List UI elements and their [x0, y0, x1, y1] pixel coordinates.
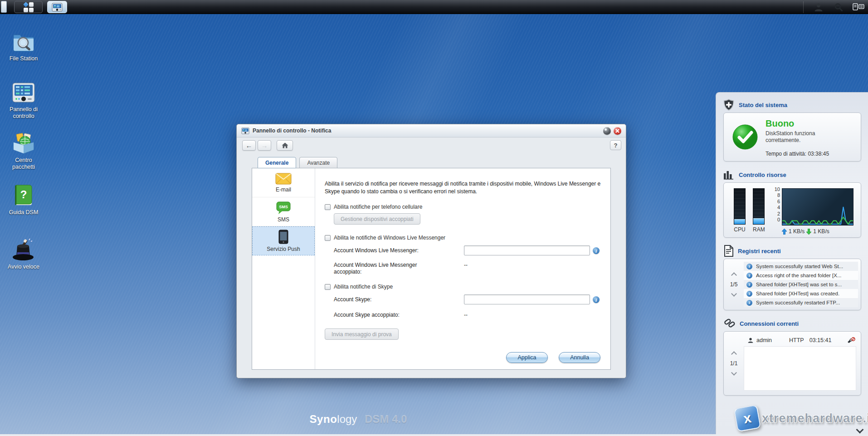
- logs-page-number: 1/5: [730, 281, 738, 288]
- enable-mobile-label: Abilita notifiche per telefono cellulare: [334, 204, 422, 210]
- desktop-icon-control-panel[interactable]: Pannello di controllo: [2, 81, 45, 120]
- log-row[interactable]: i System successfully restarted FTP...: [744, 298, 858, 307]
- enable-mobile-checkbox[interactable]: [325, 204, 331, 210]
- send-test-message-button[interactable]: Invia messaggio di prova: [325, 328, 399, 340]
- pager-down-icon[interactable]: [731, 291, 737, 297]
- close-icon: [615, 129, 619, 133]
- connections-card: 1/1 admin HTTP 03:15:41: [723, 331, 861, 396]
- log-text: System successfully restarted FTP...: [756, 300, 840, 305]
- logo-logy: logy: [337, 413, 357, 425]
- log-row[interactable]: i Shared folder [XHTest] was created.: [744, 289, 858, 298]
- connection-list-area: [744, 346, 856, 391]
- wlm-paired-value: --: [464, 260, 468, 268]
- forward-arrow-icon: →: [261, 142, 268, 149]
- net-chart-y-axis: 10 8 6 4 2 0: [772, 186, 780, 223]
- log-list: i System successfully started Web St... …: [744, 262, 858, 307]
- disconnect-icon[interactable]: [847, 337, 855, 343]
- taskbar-control-panel-button[interactable]: [47, 1, 67, 13]
- wlm-account-row: Account Windows Live Messenger: i: [325, 245, 601, 255]
- taskbar: [0, 0, 868, 14]
- main-menu-button[interactable]: [14, 1, 43, 13]
- cpu-label: CPU: [734, 226, 746, 233]
- connection-time: 03:15:41: [809, 337, 832, 343]
- log-text: Shared folder [XHTest] was created.: [756, 291, 839, 296]
- collapse-widgets-button[interactable]: [857, 427, 863, 432]
- sidebar-item-push-service[interactable]: Servizio Push: [252, 226, 315, 255]
- email-icon: [275, 173, 292, 185]
- tab-avanzate[interactable]: Avanzate: [299, 157, 337, 168]
- connections-page-number: 1/1: [730, 360, 738, 367]
- main-menu-icon: [24, 2, 34, 12]
- enable-wlm-checkbox-row: Abilita le notifiche di Windows Live Mes…: [325, 235, 601, 241]
- sidebar-item-sms[interactable]: SMS SMS: [252, 197, 315, 226]
- logo-syno: Syno: [310, 413, 337, 425]
- cancel-button[interactable]: Annulla: [559, 352, 600, 363]
- info-icon: i: [746, 300, 752, 306]
- pilot-view-button[interactable]: [852, 1, 865, 13]
- shield-icon: [723, 99, 734, 111]
- search-button[interactable]: [832, 1, 845, 13]
- skype-account-input[interactable]: [464, 294, 590, 304]
- log-icon: [723, 245, 733, 257]
- desktop-icon-quick-start[interactable]: Avvio veloce: [2, 238, 45, 270]
- cpu-gauge: CPU: [734, 188, 746, 233]
- desktop-icon-file-station[interactable]: File Station: [2, 30, 45, 62]
- enable-mobile-checkbox-row: Abilita notifiche per telefono cellulare: [325, 204, 601, 210]
- enable-wlm-checkbox[interactable]: [325, 235, 331, 241]
- download-rate: 1 KB/s: [813, 228, 829, 235]
- wlm-account-input[interactable]: [464, 245, 590, 255]
- connections-pager: 1/1: [724, 332, 744, 395]
- wlm-info-icon[interactable]: i: [593, 247, 600, 254]
- quick-start-icon: [11, 239, 36, 261]
- push-service-form: Abilita il servizio di notifica per rice…: [316, 168, 610, 369]
- sidebar-item-label: E-mail: [276, 186, 291, 193]
- taskbar-divider: [803, 1, 804, 13]
- tab-generale[interactable]: Generale: [258, 157, 296, 168]
- show-desktop-button[interactable]: [1, 1, 7, 13]
- apply-button[interactable]: Applica: [506, 352, 548, 363]
- dsm-help-icon: ?: [13, 184, 34, 207]
- user-icon: [814, 2, 824, 12]
- sms-icon-text: SMS: [279, 205, 288, 209]
- close-button[interactable]: [614, 127, 621, 135]
- bar-chart-icon: [723, 170, 734, 180]
- desktop-icon-dsm-help[interactable]: ? Guida DSM: [2, 184, 45, 216]
- back-arrow-icon: ←: [246, 142, 253, 149]
- enable-skype-checkbox[interactable]: [325, 284, 331, 290]
- pager-up-icon[interactable]: [731, 351, 737, 357]
- enable-skype-checkbox-row: Abilita notifiche di Skype: [325, 284, 601, 290]
- user-menu-button[interactable]: [812, 1, 825, 13]
- dsm-logo: Synology DSM 4.0: [0, 413, 717, 426]
- upload-rate: 1 KB/s: [789, 228, 805, 235]
- window-titlebar[interactable]: Pannello di controllo - Notifica: [237, 124, 626, 137]
- wlm-paired-row: Account Windows Live Messenger accoppiat…: [325, 260, 601, 275]
- minimize-button[interactable]: [603, 127, 611, 135]
- desktop-icon-package-center[interactable]: Centro pacchetti: [2, 132, 45, 171]
- logo-dsm-version: DSM 4.0: [365, 413, 407, 425]
- manage-paired-devices-button[interactable]: Gestione dispositivi accoppiati: [334, 213, 420, 225]
- skype-paired-row: Account Skype accoppiato: --: [325, 310, 601, 318]
- pager-up-icon[interactable]: [731, 272, 737, 278]
- network-legend: 1 KB/s 1 KB/s: [782, 228, 829, 235]
- help-button[interactable]: ?: [610, 140, 621, 150]
- apply-label: Applica: [518, 354, 536, 361]
- pilot-view-icon: [853, 3, 864, 12]
- pager-down-icon[interactable]: [731, 370, 737, 376]
- forward-button[interactable]: →: [258, 140, 271, 151]
- log-row[interactable]: i Access right of the shared folder [X..…: [744, 271, 858, 280]
- skype-info-icon[interactable]: i: [593, 296, 600, 303]
- network-chart: [782, 188, 853, 225]
- svg-text:?: ?: [20, 188, 27, 201]
- sidebar-item-email[interactable]: E-mail: [252, 168, 315, 197]
- uptime-text: Tempo di attività: 03:38:45: [766, 151, 829, 157]
- log-row[interactable]: i Shared folder [XHTest] was set to s...: [744, 280, 858, 289]
- control-panel-window: Pannello di controllo - Notifica ← → ?: [236, 124, 626, 378]
- back-button[interactable]: ←: [242, 140, 256, 151]
- log-row[interactable]: i System successfully started Web St...: [744, 262, 858, 271]
- home-button[interactable]: [277, 140, 293, 151]
- watermark-logo: x: [734, 405, 761, 432]
- upload-arrow-icon: [782, 229, 787, 235]
- connection-row[interactable]: admin HTTP 03:15:41: [747, 335, 855, 346]
- send-test-message-label: Invia messaggio di prova: [332, 331, 392, 338]
- home-icon: [282, 142, 288, 148]
